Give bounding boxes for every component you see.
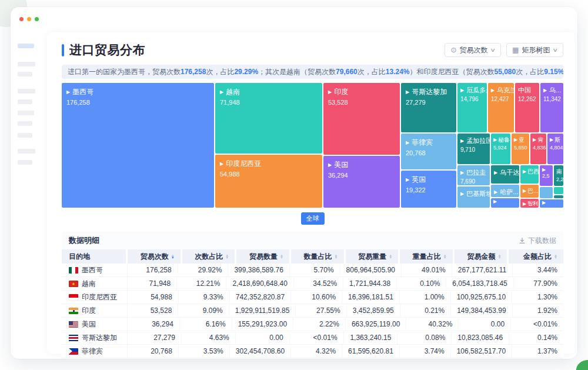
drilldown-arrow-icon: ▶: [493, 199, 497, 204]
sort-icon[interactable]: ▲▼: [497, 254, 501, 259]
maximize-window-icon[interactable]: [35, 17, 39, 21]
sidebar-item[interactable]: [18, 111, 34, 115]
treemap-node[interactable]: ▶印度53,528: [323, 83, 400, 155]
drilldown-arrow-icon: ▶: [460, 171, 464, 175]
table-cell: 267,177,621.11: [452, 264, 513, 276]
treemap-node-value: 7,690: [460, 178, 487, 185]
table-row[interactable]: 菲律宾20,7683.53%302,454,708.604.32%61,595,…: [62, 345, 563, 358]
treemap-node[interactable]: ▶肯4,836: [530, 134, 546, 164]
treemap-node[interactable]: ▶巴西: [520, 165, 539, 184]
table-row[interactable]: 墨西哥176,25829.92%399,386,589.765.70%806,9…: [62, 264, 563, 277]
table-cell: 9.09%: [178, 304, 229, 317]
treemap-node[interactable]: ▶乌干达: [491, 165, 519, 184]
metric-selector[interactable]: ⊙ 贸易次数 ∨: [445, 43, 501, 57]
destination-name: 印度: [82, 306, 96, 316]
destination-cell: 哥斯达黎加: [62, 331, 128, 344]
treemap-node[interactable]: ▶秘鲁5,924: [491, 134, 510, 164]
background-decoration-leaf: [576, 360, 588, 370]
treemap-node[interactable]: [554, 187, 563, 194]
treemap-node-label: 巴基斯坦: [466, 189, 490, 198]
table-column-header[interactable]: 贸易重量▲▼: [346, 249, 400, 264]
table-column-header[interactable]: 贸易数量▲▼: [236, 249, 291, 264]
table-column-header[interactable]: 数量占比▲▼: [291, 249, 346, 264]
treemap-node[interactable]: ▶美国36,294: [323, 156, 400, 208]
treemap-node[interactable]: [554, 195, 563, 198]
sidebar-item[interactable]: [18, 160, 32, 165]
global-scope-button[interactable]: 全球: [301, 212, 325, 225]
table-cell: <0.01%: [290, 331, 344, 344]
download-data-button[interactable]: 下载数据: [519, 236, 556, 246]
drilldown-arrow-icon: ▶: [494, 171, 497, 175]
treemap-node[interactable]: ▶智利: [520, 199, 539, 208]
summary-text: 进口第一的国家为墨西哥，贸易次数176,258次，占比29.29%；其次是越南（…: [62, 65, 563, 79]
treemap-node[interactable]: ▶厄瓜多尔14,796: [457, 83, 487, 132]
sidebar-item[interactable]: [18, 72, 32, 76]
table-row[interactable]: 印度53,5289.09%1,929,911,519.8527.55%3,452…: [62, 304, 563, 318]
table-cell: 3.53%: [179, 345, 230, 358]
table-column-header[interactable]: 金额占比▲▼: [509, 249, 563, 264]
treemap-node-value: 2,2: [556, 176, 561, 182]
sidebar-item[interactable]: [18, 149, 35, 154]
table-cell: 10,823,085.46: [452, 331, 509, 344]
treemap-node[interactable]: ▶巴基斯坦: [457, 186, 490, 208]
treemap-node[interactable]: ▶菲律宾20,768: [401, 134, 456, 169]
table-column-header[interactable]: 贸易金额▲▼: [455, 249, 509, 264]
sort-icon[interactable]: ▲▼: [171, 254, 175, 259]
sidebar-item[interactable]: [18, 89, 35, 94]
treemap-node[interactable]: ▶哥斯达黎加27,279: [401, 83, 456, 132]
treemap-node[interactable]: ▶乌克兰12,427: [488, 83, 514, 132]
sort-icon[interactable]: ▲▼: [280, 254, 283, 259]
treemap-node[interactable]: 中国12,262: [515, 83, 539, 132]
treemap-node[interactable]: ▶: [491, 198, 519, 208]
sort-icon[interactable]: ▲▼: [443, 254, 447, 259]
treemap-node[interactable]: ▶: [540, 199, 563, 208]
treemap-node-label: 巴西: [527, 168, 539, 176]
sidebar-item[interactable]: [18, 62, 35, 66]
flag-icon-us: [69, 321, 78, 328]
treemap-node[interactable]: [540, 187, 553, 198]
treemap-node-label: 巴拉圭: [466, 168, 486, 177]
treemap-node[interactable]: ▶斯4,804: [547, 134, 563, 164]
chart-type-selector[interactable]: ▦ 矩形树图 ∨: [506, 43, 563, 57]
table-cell: 302,454,708.60: [230, 345, 291, 358]
column-label: 目的地: [69, 252, 90, 262]
treemap-node[interactable]: ▶亚5,650: [512, 134, 529, 164]
close-window-icon[interactable]: [19, 17, 24, 21]
treemap-node[interactable]: ▶孟加拉国9,710: [457, 134, 490, 164]
treemap-node[interactable]: ▶哈萨...: [491, 185, 519, 197]
treemap-node-value: 36,294: [328, 172, 395, 179]
treemap-node[interactable]: ▶印度尼西亚54,988: [215, 155, 322, 208]
table-row[interactable]: 美国36,2946.16%155,291,923.002.22%663,925,…: [62, 318, 563, 331]
treemap-node[interactable]: 南2,2: [554, 165, 563, 186]
treemap-node[interactable]: ▶越南71,948: [215, 83, 322, 154]
treemap-node-label: 印度: [334, 87, 348, 97]
sidebar-item[interactable]: [18, 121, 32, 126]
destination-cell: 菲律宾: [62, 345, 128, 358]
sort-icon[interactable]: ▲▼: [554, 254, 557, 259]
sidebar-item-active[interactable]: [18, 44, 34, 48]
sidebar-item[interactable]: [18, 133, 32, 138]
table-row[interactable]: 哥斯达黎加27,2794.63%0.00<0.01%1,363,240.150.…: [62, 331, 563, 345]
table-row[interactable]: 印度尼西亚54,9889.33%742,352,820.8710.60%16,3…: [62, 291, 563, 304]
table-cell: 0.21%: [400, 304, 451, 317]
treemap-node[interactable]: ▶乌...11,342: [540, 83, 563, 132]
table-column-header[interactable]: 次数占比▲▼: [182, 249, 237, 264]
treemap-node[interactable]: ▶英国19,322: [401, 171, 456, 208]
sidebar-item[interactable]: [18, 99, 32, 104]
treemap-node[interactable]: ▶巴...: [520, 185, 539, 198]
treemap-node[interactable]: ▶巴拉圭7,690: [457, 165, 490, 185]
sort-icon[interactable]: ▲▼: [225, 254, 229, 259]
treemap-node[interactable]: ▶2,5: [540, 165, 553, 186]
table-title: 数据明细: [69, 235, 99, 246]
table-row[interactable]: 越南71,94812.21%2,418,690,648.4034.52%1,72…: [62, 277, 563, 291]
treemap-node-label: 乌克兰: [497, 86, 514, 95]
sort-icon[interactable]: ▲▼: [389, 254, 392, 259]
drilldown-arrow-icon: ▶: [523, 169, 526, 174]
table-cell: 176,258: [128, 264, 178, 276]
minimize-window-icon[interactable]: [27, 17, 31, 21]
sort-icon[interactable]: ▲▼: [335, 254, 338, 259]
table-cell: 155,291,923.00: [232, 318, 293, 331]
table-column-header[interactable]: 重量占比▲▼: [400, 249, 455, 264]
table-column-header[interactable]: 贸易次数▲▼: [128, 249, 182, 264]
treemap-node[interactable]: ▶墨西哥176,258: [62, 83, 214, 208]
